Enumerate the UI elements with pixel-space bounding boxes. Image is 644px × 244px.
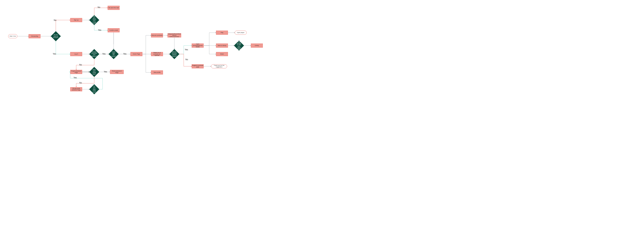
process-log-in: Log In — [70, 52, 82, 56]
decision-label: Do you have an account? — [52, 33, 59, 40]
decision-label: Did you check your e-mail box? — [91, 16, 98, 24]
process-play: Play — [216, 30, 228, 35]
process-label: Play — [220, 32, 223, 34]
decision-label: Does your email exist? — [91, 68, 98, 76]
terminal-thank-you: Thank you for the suggestion — [211, 64, 227, 68]
edge-label-yes: Yes — [53, 53, 56, 55]
edge-label-no: No — [186, 58, 188, 61]
decision-label: Do you want to try more? — [91, 86, 98, 93]
terminal-open-player: Open player — [235, 30, 247, 35]
terminal-label: Thank you for the suggestion — [211, 65, 227, 68]
process-label: Sign up — [74, 20, 78, 21]
decision-remember-password: Do you remember your password? — [91, 50, 98, 58]
process-label: Confirm email — [109, 30, 118, 31]
process-home-page: Home Page — [130, 52, 142, 56]
decision-find-content: Did you find your desired content? — [171, 50, 178, 58]
edge-label-yes: Yes — [185, 48, 188, 51]
process-confirm-email: Confirm email — [108, 28, 120, 32]
process-label: Discover podcasts — [152, 35, 162, 36]
process-label: Log In — [74, 54, 78, 55]
edge-label-no: No — [98, 6, 100, 8]
decision-label: Is your login info correct? — [110, 50, 117, 58]
connectors-layer — [0, 0, 272, 103]
edge-label-yes: Yes — [104, 70, 107, 73]
process-label: Open podcast/episode details — [192, 43, 204, 48]
process-label: Wrong email address Page — [70, 88, 82, 91]
process-view-profile: View profile — [151, 70, 163, 74]
edge-label-no: No — [54, 19, 56, 22]
edge-label-yes: Yes — [102, 53, 106, 55]
process-label: Home Page — [133, 54, 140, 55]
process-forgot-password: Forgot password Page — [70, 70, 82, 74]
decision-label: Did you find your desired content? — [171, 50, 178, 58]
process-label: Categories/Recent/Most listened to/Recom… — [168, 33, 181, 37]
edge-label-yes: Yes — [74, 76, 77, 79]
decision-label: Would you like to view your saved conten… — [236, 42, 242, 49]
process-save-library: Save to library — [216, 44, 228, 48]
process-resend-mail: Re-send the mail — [108, 6, 120, 10]
process-label: Share — [220, 54, 224, 55]
process-label: Reset password Page — [110, 70, 124, 74]
decision-have-account: Do you have an account? — [52, 33, 59, 40]
edge-label-yes: Yes — [98, 29, 102, 31]
process-discover-podcasts: Discover podcasts — [151, 33, 163, 38]
process-categories: Categories/Recent/Most listened to/Recom… — [168, 33, 181, 38]
edge-label-yes: Yes — [123, 53, 126, 55]
process-label: Forgot password Page — [70, 70, 82, 74]
process-reset-password: Reset password Page — [110, 70, 124, 74]
decision-check-email: Did you check your e-mail box? — [91, 16, 98, 24]
process-label: Save to library — [218, 45, 226, 46]
process-onboarding: Onboarding — [28, 34, 40, 38]
edge-label-no: No — [79, 64, 82, 66]
process-suggest-podcast: Suggest a podcast page — [192, 64, 204, 68]
decision-login-correct: Is your login info correct? — [110, 50, 117, 58]
process-label: Onboarding — [31, 36, 38, 37]
terminal-label: Open player — [237, 32, 244, 34]
decision-view-saved: Would you like to view your saved conten… — [236, 42, 242, 49]
decision-try-more: Do you want to try more? — [91, 86, 98, 93]
process-search-podcast: Search for a podcast/ an episode — [151, 52, 163, 56]
terminal-start-end: Start / End — [8, 34, 17, 38]
process-label: Suggest a podcast page — [192, 65, 204, 68]
decision-label: Do you remember your password? — [91, 50, 98, 58]
terminal-label: Start / End — [10, 36, 16, 37]
process-sign-up: Sign up — [70, 18, 82, 22]
process-label: Re-send the mail — [108, 7, 119, 9]
flowchart-canvas: Start / End Onboarding Do you have an ac… — [0, 0, 272, 103]
decision-email-exist: Does your email exist? — [91, 68, 98, 76]
process-share: Share — [216, 52, 228, 56]
process-label: Library — [255, 45, 259, 46]
process-open-podcast: Open podcast/episode details — [192, 44, 204, 48]
process-label: Search for a podcast/ an episode — [151, 52, 163, 56]
process-wrong-email: Wrong email address Page — [70, 87, 82, 91]
process-label: View profile — [154, 72, 160, 73]
edge-label-no: No — [79, 82, 82, 84]
process-library: Library — [251, 44, 263, 48]
